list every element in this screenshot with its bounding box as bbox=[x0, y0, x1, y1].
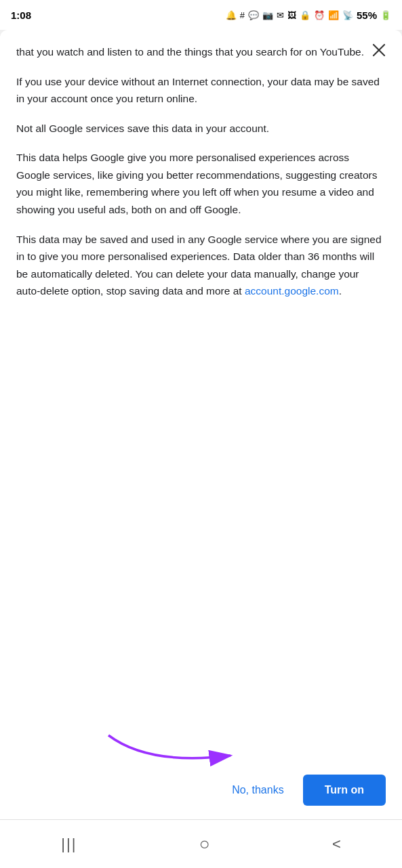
button-row: No, thanks Turn on bbox=[0, 769, 402, 819]
close-button[interactable] bbox=[367, 38, 391, 62]
battery-icon: 🔋 bbox=[380, 10, 391, 20]
paragraph-1: that you watch and listen to and the thi… bbox=[16, 43, 386, 61]
turn-on-button[interactable]: Turn on bbox=[303, 775, 386, 806]
whatsapp-icon: 💬 bbox=[248, 10, 259, 20]
no-thanks-button[interactable]: No, thanks bbox=[221, 776, 294, 804]
navigation-bar: ||| ○ < bbox=[0, 819, 402, 868]
close-icon bbox=[371, 42, 387, 58]
period: . bbox=[339, 285, 342, 297]
mail-icon: ✉ bbox=[277, 10, 284, 20]
content-text: that you watch and listen to and the thi… bbox=[16, 43, 386, 300]
paragraph-4: This data helps Google give you more per… bbox=[16, 149, 386, 218]
alarm-icon: ⏰ bbox=[314, 10, 325, 20]
recent-apps-icon: ||| bbox=[61, 836, 77, 853]
battery-display: 55% bbox=[357, 9, 377, 21]
modal-sheet: that you watch and listen to and the thi… bbox=[0, 30, 402, 819]
slack-icon: # bbox=[240, 10, 245, 20]
back-button[interactable]: < bbox=[316, 830, 357, 859]
wifi-icon: 📶 bbox=[328, 10, 339, 20]
status-icons: 🔔 # 💬 📷 ✉ 🖼 🔒 ⏰ 📶 📡 55% 🔋 bbox=[226, 9, 391, 21]
image-icon: 🖼 bbox=[287, 10, 296, 20]
instagram-icon: 📷 bbox=[262, 10, 273, 20]
paragraph-3: Not all Google services save this data i… bbox=[16, 120, 386, 137]
content-area: that you watch and listen to and the thi… bbox=[0, 30, 402, 722]
notification-icon: 🔔 bbox=[226, 10, 237, 20]
back-icon: < bbox=[332, 836, 341, 853]
home-icon: ○ bbox=[199, 833, 210, 854]
account-google-link[interactable]: account.google.com bbox=[245, 285, 339, 297]
recent-apps-button[interactable]: ||| bbox=[45, 830, 93, 859]
arrow-annotation bbox=[0, 722, 402, 769]
signal-icon: 📡 bbox=[342, 10, 353, 20]
time-display: 1:08 bbox=[11, 9, 31, 21]
lock-icon: 🔒 bbox=[300, 10, 310, 20]
home-button[interactable]: ○ bbox=[183, 828, 226, 860]
paragraph-2: If you use your device without an Intern… bbox=[16, 73, 386, 108]
arrow-svg bbox=[95, 722, 258, 769]
paragraph-5: This data may be saved and used in any G… bbox=[16, 231, 386, 300]
status-bar: 1:08 🔔 # 💬 📷 ✉ 🖼 🔒 ⏰ 📶 📡 55% 🔋 bbox=[0, 0, 402, 30]
